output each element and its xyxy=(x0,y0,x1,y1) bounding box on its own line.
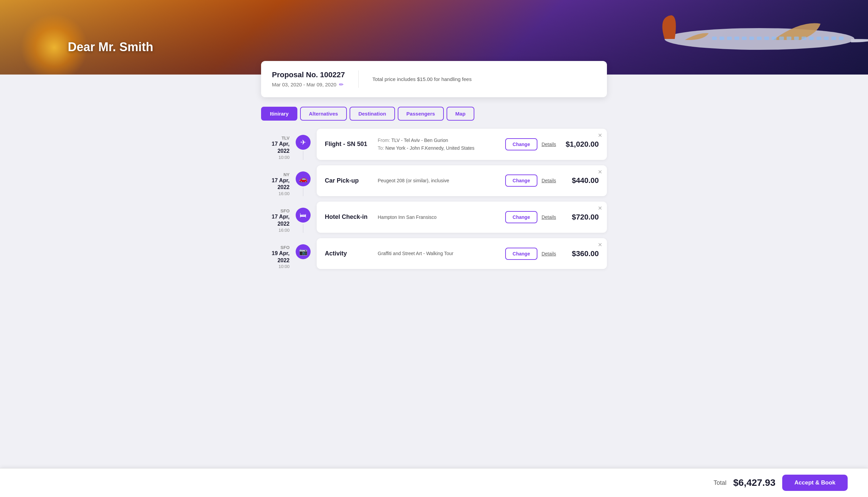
close-button-hotel[interactable]: ✕ xyxy=(598,205,602,211)
svg-rect-6 xyxy=(749,37,754,40)
svg-rect-3 xyxy=(727,37,732,40)
close-button-car[interactable]: ✕ xyxy=(598,169,602,175)
icon-col-car: 🚗 xyxy=(295,165,311,197)
itinerary-list: TLV 17 Apr, 2022 10:00 ✈ ✕ Flight - SN 5… xyxy=(261,129,607,274)
item-price-hotel: $720.00 xyxy=(562,213,599,222)
details-link-car[interactable]: Details xyxy=(541,178,556,183)
svg-rect-2 xyxy=(719,37,724,40)
total-amount: $6,427.93 xyxy=(733,477,776,488)
itinerary-row-flight: TLV 17 Apr, 2022 10:00 ✈ ✕ Flight - SN 5… xyxy=(261,129,607,160)
item-details-flight: From: TLV - Tel Aviv - Ben Gurion To: Ne… xyxy=(378,137,500,152)
item-card-activity: ✕ Activity Graffiti and Street Art - Wal… xyxy=(317,238,607,269)
date-time-hotel: 16:00 xyxy=(261,228,290,233)
svg-rect-1 xyxy=(712,37,717,40)
svg-rect-5 xyxy=(742,37,747,40)
date-city-car: NY xyxy=(261,172,290,177)
details-link-flight[interactable]: Details xyxy=(541,142,556,147)
svg-rect-11 xyxy=(787,37,791,40)
activity-description: Graffiti and Street Art - Walking Tour xyxy=(378,251,453,256)
icon-line-car xyxy=(303,188,303,197)
itinerary-row-car: NY 17 Apr, 2022 16:00 🚗 ✕ Car Pick-up Pe… xyxy=(261,165,607,197)
date-time-activity: 10:00 xyxy=(261,264,290,269)
item-card-flight: ✕ Flight - SN 501 From: TLV - Tel Aviv -… xyxy=(317,129,607,160)
to-label-flight: To: xyxy=(378,145,384,151)
svg-rect-12 xyxy=(794,37,799,40)
to-value-flight: New York - John F.Kennedy, United States xyxy=(386,145,475,151)
icon-line-hotel xyxy=(303,224,303,233)
svg-rect-14 xyxy=(809,37,814,40)
proposal-left: Proposal No. 100227 Mar 03, 2020 - Mar 0… xyxy=(272,70,359,88)
hotel-description: Hampton Inn San Fransisco xyxy=(378,214,437,220)
item-details-activity: Graffiti and Street Art - Walking Tour xyxy=(378,250,500,257)
item-actions-activity: Change Details xyxy=(505,248,556,260)
date-city-activity: SFO xyxy=(261,245,290,250)
proposal-note: Total price includes $15.00 for handling… xyxy=(372,76,472,82)
item-title-hotel: Hotel Check-in xyxy=(325,213,372,221)
date-city-flight: TLV xyxy=(261,136,290,141)
svg-rect-4 xyxy=(734,37,739,40)
hotel-icon: 🛏 xyxy=(296,208,311,223)
details-link-hotel[interactable]: Details xyxy=(541,214,556,220)
main-content: Proposal No. 100227 Mar 03, 2020 - Mar 0… xyxy=(254,61,614,315)
item-details-car: Peugeot 208 (or similar), inclusive xyxy=(378,177,500,184)
item-card-hotel: ✕ Hotel Check-in Hampton Inn San Fransis… xyxy=(317,202,607,233)
icon-col-flight: ✈ xyxy=(295,129,311,160)
date-main-activity: 19 Apr, 2022 xyxy=(261,250,290,264)
svg-rect-15 xyxy=(816,37,821,40)
proposal-dates-text: Mar 03, 2020 - Mar 09, 2020 xyxy=(272,82,336,87)
item-actions-flight: Change Details xyxy=(505,138,556,151)
item-title-activity: Activity xyxy=(325,250,372,257)
flight-icon: ✈ xyxy=(296,135,311,150)
svg-rect-18 xyxy=(839,37,844,40)
change-button-hotel[interactable]: Change xyxy=(505,211,537,223)
svg-rect-9 xyxy=(772,37,776,40)
change-button-car[interactable]: Change xyxy=(505,174,537,187)
car-icon: 🚗 xyxy=(296,171,311,186)
date-main-car: 17 Apr, 2022 xyxy=(261,177,290,191)
total-label: Total xyxy=(713,479,726,486)
item-actions-car: Change Details xyxy=(505,174,556,187)
tab-itinirary[interactable]: Itinirary xyxy=(261,107,297,120)
close-button-activity[interactable]: ✕ xyxy=(598,242,602,248)
date-time-flight: 10:00 xyxy=(261,155,290,160)
icon-col-activity: 📷 xyxy=(295,238,311,269)
date-main-flight: 17 Apr, 2022 xyxy=(261,141,290,155)
icon-line-flight xyxy=(303,151,303,160)
edit-icon[interactable]: ✏ xyxy=(339,81,343,88)
details-link-activity[interactable]: Details xyxy=(541,251,556,256)
change-button-flight[interactable]: Change xyxy=(505,138,537,151)
close-button-flight[interactable]: ✕ xyxy=(598,133,602,138)
footer-bar: Total $6,427.93 Accept & Book xyxy=(0,468,868,497)
item-price-activity: $360.00 xyxy=(562,249,599,258)
change-button-activity[interactable]: Change xyxy=(505,248,537,260)
tabs-bar: Itinirary Alternatives Destination Passe… xyxy=(261,107,607,120)
from-label-flight: From: xyxy=(378,138,390,143)
date-time-car: 16:00 xyxy=(261,191,290,196)
icon-col-hotel: 🛏 xyxy=(295,202,311,233)
itinerary-row-activity: SFO 19 Apr, 2022 10:00 📷 ✕ Activity Graf… xyxy=(261,238,607,269)
item-title-car: Car Pick-up xyxy=(325,177,372,184)
svg-rect-16 xyxy=(824,37,829,40)
svg-rect-8 xyxy=(764,37,769,40)
proposal-number: Proposal No. 100227 xyxy=(272,70,345,79)
item-card-car: ✕ Car Pick-up Peugeot 208 (or similar), … xyxy=(317,165,607,197)
item-actions-hotel: Change Details xyxy=(505,211,556,223)
tab-map[interactable]: Map xyxy=(446,107,474,120)
date-main-hotel: 17 Apr, 2022 xyxy=(261,213,290,228)
accept-book-button[interactable]: Accept & Book xyxy=(782,474,848,491)
item-price-car: $440.00 xyxy=(562,176,599,185)
item-details-hotel: Hampton Inn San Fransisco xyxy=(378,213,500,221)
date-col-car: NY 17 Apr, 2022 16:00 xyxy=(261,165,295,197)
from-value-flight: TLV - Tel Aviv - Ben Gurion xyxy=(391,138,448,143)
date-col-hotel: SFO 17 Apr, 2022 16:00 xyxy=(261,202,295,233)
tab-destination[interactable]: Destination xyxy=(349,107,395,120)
tab-passengers[interactable]: Passengers xyxy=(398,107,444,120)
date-col-activity: SFO 19 Apr, 2022 10:00 xyxy=(261,238,295,269)
date-city-hotel: SFO xyxy=(261,208,290,213)
activity-icon: 📷 xyxy=(296,244,311,259)
hero-greeting: Dear Mr. Smith xyxy=(68,40,153,54)
svg-rect-7 xyxy=(757,37,761,40)
tab-alternatives[interactable]: Alternatives xyxy=(300,107,347,120)
svg-rect-10 xyxy=(779,37,784,40)
item-price-flight: $1,020.00 xyxy=(562,140,599,149)
